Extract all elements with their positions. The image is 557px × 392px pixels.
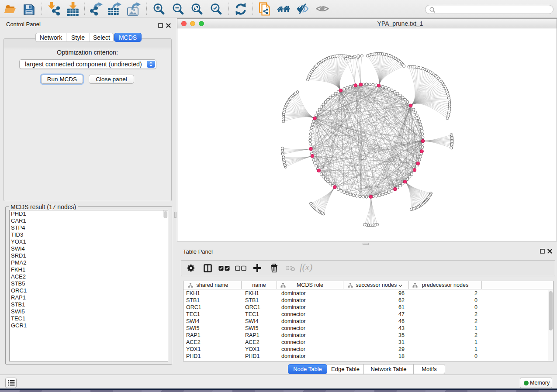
svg-text:f(x): f(x) [300, 263, 312, 272]
